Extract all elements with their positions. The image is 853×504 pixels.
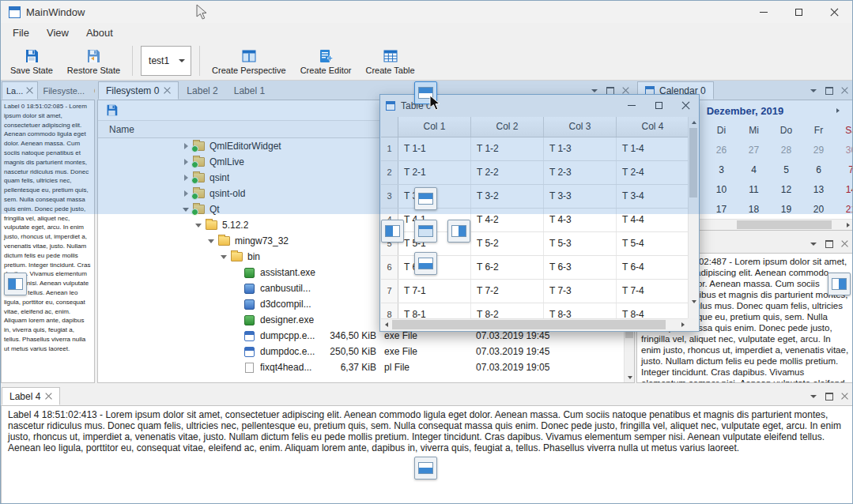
floating-table-window[interactable]: Table 0 Col 1 Col 2 Col 3 Col 4 1T 1-1T …	[379, 94, 700, 332]
table-corner[interactable]	[381, 117, 398, 137]
float-maximize-button[interactable]	[645, 97, 672, 114]
calendar-day[interactable]: 17	[705, 200, 738, 220]
drop-indicator-top-edge[interactable]	[414, 81, 437, 104]
table-horizontal-scrollbar[interactable]	[381, 318, 688, 330]
tab-label-2[interactable]: Label 2	[179, 81, 225, 100]
close-dock-button[interactable]	[841, 87, 848, 94]
calendar-day[interactable]: 7	[835, 160, 853, 180]
calendar-day[interactable]: 28	[770, 141, 802, 160]
perspective-combo[interactable]: test1	[141, 46, 191, 76]
scroll-down-icon[interactable]	[625, 372, 635, 382]
calendar-day[interactable]: 26	[705, 141, 738, 160]
tab-close-icon[interactable]	[45, 393, 52, 400]
maximize-button[interactable]	[781, 1, 817, 23]
calendar-day[interactable]: 3	[705, 160, 738, 180]
close-button[interactable]	[817, 1, 852, 23]
tab-calendar[interactable]: Ca...	[89, 81, 95, 100]
calendar-day[interactable]: 12	[770, 180, 802, 200]
tabs-menu-button[interactable]	[806, 85, 820, 96]
calendar-day[interactable]: 21	[835, 200, 853, 220]
expander-icon[interactable]	[180, 204, 191, 215]
expander-icon[interactable]	[180, 172, 191, 183]
table-cell[interactable]: T 1-3	[544, 137, 617, 160]
calendar-month-title[interactable]: Dezember, 2019	[707, 105, 784, 117]
row-header[interactable]: 2	[381, 161, 398, 184]
create-editor-button[interactable]: Create Editor	[294, 43, 358, 78]
expander-icon[interactable]	[206, 235, 217, 246]
table-cell[interactable]: T 2-1	[398, 161, 471, 184]
close-dock-button[interactable]	[622, 87, 629, 94]
scrollbar-thumb[interactable]	[392, 320, 666, 329]
scroll-right-icon[interactable]	[843, 220, 853, 230]
drop-indicator-area-bottom[interactable]	[414, 252, 437, 275]
table-cell[interactable]: T 6-2	[471, 256, 544, 279]
tree-item[interactable]: fixqt4head...6,37 KiBpl File07.03.2019 1…	[98, 359, 623, 375]
calendar-day[interactable]: 27	[738, 141, 770, 160]
column-header[interactable]: Col 2	[471, 117, 544, 137]
table-cell[interactable]: T 6-4	[617, 256, 688, 279]
table-cell[interactable]: T 3-3	[544, 185, 617, 208]
tab-close-icon[interactable]	[26, 87, 33, 94]
row-header[interactable]: 6	[381, 256, 398, 279]
table-cell[interactable]: T 1-1	[398, 137, 471, 160]
table-cell[interactable]: T 3-2	[471, 185, 544, 208]
expander-icon[interactable]	[193, 220, 204, 231]
tab-close-icon[interactable]	[164, 87, 171, 94]
table-vertical-scrollbar[interactable]	[688, 117, 698, 318]
next-month-button[interactable]	[831, 103, 845, 118]
expander-icon[interactable]	[180, 156, 191, 167]
float-dock-button[interactable]	[822, 85, 836, 96]
table-cell[interactable]: T 2-3	[544, 161, 617, 184]
table-cell[interactable]: T 1-2	[471, 137, 544, 160]
table-cell[interactable]: T 6-3	[544, 256, 617, 279]
calendar-day[interactable]: 13	[802, 180, 835, 200]
calendar-day[interactable]: 18	[738, 200, 770, 220]
table-cell[interactable]: T 7-4	[617, 280, 688, 303]
expander-icon[interactable]	[218, 251, 229, 262]
calendar-day[interactable]: 10	[705, 180, 738, 200]
column-header[interactable]: Col 1	[398, 117, 471, 137]
drop-indicator-left-edge[interactable]	[4, 273, 27, 295]
table-cell[interactable]: T 5-4	[617, 232, 688, 255]
calendar-day[interactable]: 14	[835, 180, 853, 200]
float-dock-button[interactable]	[822, 238, 836, 250]
table-cell[interactable]: T 2-2	[471, 161, 544, 184]
table-cell[interactable]: T 3-4	[617, 185, 688, 208]
float-dock-button[interactable]	[822, 390, 836, 402]
table-cell[interactable]: T 2-4	[617, 161, 688, 184]
drop-indicator-area-center[interactable]	[414, 220, 437, 243]
table-cell[interactable]: T 7-1	[398, 280, 471, 303]
tab-label-0[interactable]: La...	[2, 81, 38, 100]
column-header[interactable]: Col 4	[617, 117, 689, 137]
close-dock-button[interactable]	[841, 240, 848, 247]
table-cell[interactable]: T 7-3	[544, 280, 617, 303]
menu-view[interactable]: View	[38, 24, 77, 41]
scroll-down-icon[interactable]	[689, 296, 699, 307]
float-minimize-button[interactable]	[618, 97, 645, 114]
create-perspective-button[interactable]: Create Perspective	[206, 43, 293, 78]
table-cell[interactable]: T 1-4	[617, 137, 688, 160]
scroll-up-icon[interactable]	[689, 117, 699, 127]
minimize-button[interactable]	[745, 1, 781, 23]
drop-indicator-area-left[interactable]	[381, 220, 404, 243]
tab-filesystem[interactable]: Filesyste...	[38, 81, 89, 100]
restore-state-button[interactable]: Restore State	[61, 43, 126, 78]
tab-label-1[interactable]: Label 1	[226, 81, 273, 100]
row-header[interactable]: 1	[381, 137, 398, 160]
expander-icon[interactable]	[180, 141, 191, 152]
scroll-left-icon[interactable]	[381, 319, 391, 329]
scroll-right-icon[interactable]	[677, 319, 688, 329]
calendar-day[interactable]: 11	[738, 180, 770, 200]
row-header[interactable]: 3	[381, 185, 398, 208]
save-state-button[interactable]: Save State	[4, 43, 59, 78]
table-cell[interactable]: T 8-4	[617, 303, 688, 318]
table-cell[interactable]: T 5-2	[471, 232, 544, 255]
calendar-day[interactable]: 6	[802, 160, 835, 180]
table-cell[interactable]: T 4-2	[471, 209, 544, 231]
row-header[interactable]: 7	[381, 280, 398, 303]
drop-indicator-bottom-edge[interactable]	[414, 457, 437, 480]
float-close-button[interactable]	[672, 97, 699, 114]
row-header[interactable]: 8	[381, 303, 398, 318]
create-table-button[interactable]: Create Table	[359, 43, 421, 78]
drop-indicator-area-top[interactable]	[414, 187, 437, 210]
